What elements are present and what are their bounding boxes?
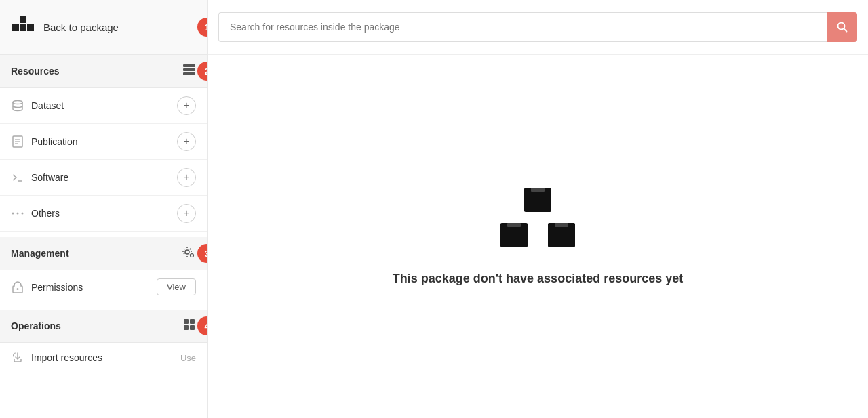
others-icon [11,207,24,220]
import-icon [11,351,24,364]
resource-item-dataset[interactable]: Dataset + [0,88,207,124]
svg-point-7 [13,101,22,104]
use-label: Use [180,353,196,363]
svg-rect-26 [531,188,545,192]
resources-section-header: Resources 2 [0,55,207,88]
svg-rect-22 [190,325,195,330]
search-input[interactable] [218,12,827,42]
svg-rect-21 [184,325,189,330]
search-button[interactable] [827,12,857,42]
permissions-label: Permissions [31,282,150,293]
svg-rect-3 [27,24,34,31]
resource-item-publication[interactable]: Publication + [0,124,207,160]
publication-icon [11,135,24,148]
resource-item-others[interactable]: Others + [0,196,207,232]
svg-point-15 [22,213,24,215]
svg-rect-5 [183,68,195,71]
operations-section-header: Operations 4 [0,310,207,343]
svg-rect-6 [183,72,195,75]
publication-label: Publication [31,136,170,147]
svg-rect-28 [507,223,521,227]
svg-rect-20 [190,319,195,324]
package-icon [11,15,35,39]
permissions-view-button[interactable]: View [157,278,196,295]
add-publication-button[interactable]: + [177,132,196,151]
import-resources-label: Import resources [31,352,174,363]
dataset-label: Dataset [31,100,170,111]
svg-rect-30 [555,223,568,227]
svg-point-13 [12,213,14,215]
svg-line-24 [844,29,847,32]
empty-state-icon [497,188,578,255]
permissions-icon [11,280,24,294]
badge-1: 1 [197,18,208,37]
management-icon [181,245,196,262]
svg-rect-4 [183,64,195,67]
add-others-button[interactable]: + [177,204,196,223]
operations-icon [182,318,196,334]
add-dataset-button[interactable]: + [177,96,196,115]
svg-rect-19 [184,319,189,324]
svg-rect-0 [20,16,26,23]
back-to-package-label: Back to package [43,22,119,33]
resource-item-software[interactable]: Software + [0,160,207,196]
svg-point-14 [17,213,19,215]
empty-state-message: This package don't have associated resou… [393,272,683,286]
badge-2: 2 [197,62,208,81]
others-label: Others [31,208,170,219]
management-title: Management [11,248,69,259]
badge-3: 3 [197,244,208,263]
software-label: Software [31,172,170,183]
sidebar: Back to package 1 Resources 2 [0,0,208,418]
software-icon [11,171,24,184]
svg-rect-1 [12,24,19,31]
svg-rect-2 [20,24,26,31]
dataset-icon [11,99,24,112]
operations-title: Operations [11,320,61,331]
import-resources-item: Import resources Use [0,343,207,373]
add-software-button[interactable]: + [177,168,196,187]
svg-point-18 [17,288,19,290]
management-section-header: Management 3 [0,237,207,270]
permissions-item: Permissions View [0,270,207,304]
back-to-package-button[interactable]: Back to package 1 [0,0,207,55]
svg-point-16 [185,250,189,254]
resources-title: Resources [11,66,60,77]
badge-4: 4 [197,316,208,335]
main-content-area: This package don't have associated resou… [208,55,868,418]
resources-icon [182,63,196,79]
